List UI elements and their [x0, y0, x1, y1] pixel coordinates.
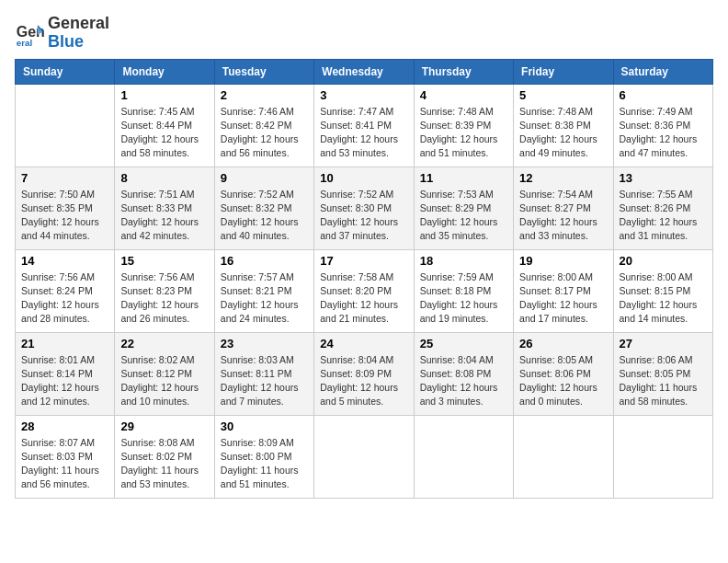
day-info: Sunrise: 7:53 AMSunset: 8:29 PMDaylight:… — [420, 188, 507, 244]
calendar-cell: 6 Sunrise: 7:49 AMSunset: 8:36 PMDayligh… — [613, 84, 712, 167]
day-number: 6 — [620, 88, 707, 102]
day-number: 4 — [420, 88, 507, 102]
calendar-cell: 10 Sunrise: 7:52 AMSunset: 8:30 PMDaylig… — [314, 167, 414, 249]
col-header-sunday: Sunday — [16, 59, 115, 84]
calendar-cell: 20 Sunrise: 8:00 AMSunset: 8:15 PMDaylig… — [613, 249, 712, 332]
day-number: 30 — [221, 419, 308, 433]
day-info: Sunrise: 7:48 AMSunset: 8:38 PMDaylight:… — [519, 105, 607, 161]
day-info: Sunrise: 7:57 AMSunset: 8:21 PMDaylight:… — [221, 270, 308, 327]
day-info: Sunrise: 7:45 AMSunset: 8:44 PMDaylight:… — [120, 105, 208, 161]
day-number: 5 — [519, 88, 607, 102]
day-number: 23 — [221, 337, 308, 350]
calendar-cell: 11 Sunrise: 7:53 AMSunset: 8:29 PMDaylig… — [414, 167, 513, 249]
day-number: 26 — [519, 337, 607, 350]
col-header-saturday: Saturday — [613, 59, 712, 84]
day-number: 16 — [221, 254, 308, 268]
day-info: Sunrise: 8:01 AMSunset: 8:14 PMDaylight:… — [21, 353, 108, 409]
day-number: 3 — [320, 88, 407, 102]
day-number: 29 — [120, 419, 208, 433]
day-info: Sunrise: 8:09 AMSunset: 8:00 PMDaylight:… — [221, 436, 308, 492]
day-info: Sunrise: 7:55 AMSunset: 8:26 PMDaylight:… — [620, 188, 707, 244]
day-number: 11 — [420, 171, 507, 185]
calendar-cell — [514, 415, 613, 498]
logo: Gen eral General Blue — [15, 15, 109, 52]
day-info: Sunrise: 7:59 AMSunset: 8:18 PMDaylight:… — [420, 270, 507, 327]
day-info: Sunrise: 7:58 AMSunset: 8:20 PMDaylight:… — [320, 270, 407, 327]
calendar-cell: 21 Sunrise: 8:01 AMSunset: 8:14 PMDaylig… — [16, 332, 115, 415]
col-header-friday: Friday — [514, 59, 613, 84]
calendar-cell: 17 Sunrise: 7:58 AMSunset: 8:20 PMDaylig… — [314, 249, 414, 332]
calendar-cell — [414, 415, 513, 498]
day-info: Sunrise: 7:49 AMSunset: 8:36 PMDaylight:… — [620, 105, 707, 161]
day-number: 24 — [320, 337, 407, 350]
calendar-cell: 5 Sunrise: 7:48 AMSunset: 8:38 PMDayligh… — [514, 84, 613, 167]
day-info: Sunrise: 8:06 AMSunset: 8:05 PMDaylight:… — [620, 353, 707, 409]
day-info: Sunrise: 8:05 AMSunset: 8:06 PMDaylight:… — [519, 353, 607, 409]
day-number: 22 — [120, 337, 208, 350]
day-info: Sunrise: 7:56 AMSunset: 8:24 PMDaylight:… — [21, 270, 108, 327]
day-number: 14 — [21, 254, 108, 268]
day-info: Sunrise: 8:07 AMSunset: 8:03 PMDaylight:… — [21, 436, 108, 492]
calendar-cell: 18 Sunrise: 7:59 AMSunset: 8:18 PMDaylig… — [414, 249, 513, 332]
day-info: Sunrise: 8:03 AMSunset: 8:11 PMDaylight:… — [221, 353, 308, 409]
day-info: Sunrise: 7:51 AMSunset: 8:33 PMDaylight:… — [120, 188, 208, 244]
calendar-cell: 3 Sunrise: 7:47 AMSunset: 8:41 PMDayligh… — [314, 84, 414, 167]
calendar-cell: 24 Sunrise: 8:04 AMSunset: 8:09 PMDaylig… — [314, 332, 414, 415]
calendar-cell — [613, 415, 712, 498]
calendar-cell: 29 Sunrise: 8:08 AMSunset: 8:02 PMDaylig… — [115, 415, 214, 498]
calendar-cell: 1 Sunrise: 7:45 AMSunset: 8:44 PMDayligh… — [115, 84, 214, 167]
day-info: Sunrise: 8:00 AMSunset: 8:15 PMDaylight:… — [620, 270, 707, 327]
calendar-cell: 22 Sunrise: 8:02 AMSunset: 8:12 PMDaylig… — [115, 332, 214, 415]
day-info: Sunrise: 8:04 AMSunset: 8:08 PMDaylight:… — [420, 353, 507, 409]
calendar-cell: 12 Sunrise: 7:54 AMSunset: 8:27 PMDaylig… — [514, 167, 613, 249]
day-number: 19 — [519, 254, 607, 268]
day-info: Sunrise: 7:47 AMSunset: 8:41 PMDaylight:… — [320, 105, 407, 161]
calendar-cell — [16, 84, 115, 167]
day-number: 13 — [620, 171, 707, 185]
calendar-cell: 26 Sunrise: 8:05 AMSunset: 8:06 PMDaylig… — [514, 332, 613, 415]
day-number: 21 — [21, 337, 108, 350]
day-number: 15 — [120, 254, 208, 268]
logo-icon: Gen eral — [15, 18, 44, 48]
day-info: Sunrise: 7:56 AMSunset: 8:23 PMDaylight:… — [120, 270, 208, 327]
calendar-cell: 2 Sunrise: 7:46 AMSunset: 8:42 PMDayligh… — [214, 84, 313, 167]
day-number: 12 — [519, 171, 607, 185]
day-number: 25 — [420, 337, 507, 350]
calendar-cell: 27 Sunrise: 8:06 AMSunset: 8:05 PMDaylig… — [613, 332, 712, 415]
day-info: Sunrise: 7:52 AMSunset: 8:32 PMDaylight:… — [221, 188, 308, 244]
day-number: 18 — [420, 254, 507, 268]
day-info: Sunrise: 7:46 AMSunset: 8:42 PMDaylight:… — [221, 105, 308, 161]
day-info: Sunrise: 8:08 AMSunset: 8:02 PMDaylight:… — [120, 436, 208, 492]
calendar-cell: 14 Sunrise: 7:56 AMSunset: 8:24 PMDaylig… — [16, 249, 115, 332]
calendar-cell: 28 Sunrise: 8:07 AMSunset: 8:03 PMDaylig… — [16, 415, 115, 498]
col-header-monday: Monday — [115, 59, 214, 84]
col-header-thursday: Thursday — [414, 59, 513, 84]
calendar-cell: 9 Sunrise: 7:52 AMSunset: 8:32 PMDayligh… — [214, 167, 313, 249]
calendar-cell: 25 Sunrise: 8:04 AMSunset: 8:08 PMDaylig… — [414, 332, 513, 415]
calendar-cell: 23 Sunrise: 8:03 AMSunset: 8:11 PMDaylig… — [214, 332, 313, 415]
calendar-cell — [314, 415, 414, 498]
calendar-cell: 7 Sunrise: 7:50 AMSunset: 8:35 PMDayligh… — [16, 167, 115, 249]
calendar-cell: 15 Sunrise: 7:56 AMSunset: 8:23 PMDaylig… — [115, 249, 214, 332]
day-number: 28 — [21, 419, 108, 433]
page-header: Gen eral General Blue — [15, 15, 713, 52]
day-number: 20 — [620, 254, 707, 268]
day-number: 8 — [120, 171, 208, 185]
col-header-wednesday: Wednesday — [314, 59, 414, 84]
calendar-cell: 19 Sunrise: 8:00 AMSunset: 8:17 PMDaylig… — [514, 249, 613, 332]
calendar-cell: 13 Sunrise: 7:55 AMSunset: 8:26 PMDaylig… — [613, 167, 712, 249]
day-number: 27 — [620, 337, 707, 350]
svg-text:eral: eral — [17, 38, 33, 48]
day-info: Sunrise: 7:54 AMSunset: 8:27 PMDaylight:… — [519, 188, 607, 244]
day-number: 17 — [320, 254, 407, 268]
calendar-cell: 8 Sunrise: 7:51 AMSunset: 8:33 PMDayligh… — [115, 167, 214, 249]
day-number: 2 — [221, 88, 308, 102]
calendar-cell: 30 Sunrise: 8:09 AMSunset: 8:00 PMDaylig… — [214, 415, 313, 498]
calendar-table: SundayMondayTuesdayWednesdayThursdayFrid… — [15, 59, 713, 499]
calendar-cell: 16 Sunrise: 7:57 AMSunset: 8:21 PMDaylig… — [214, 249, 313, 332]
day-info: Sunrise: 7:48 AMSunset: 8:39 PMDaylight:… — [420, 105, 507, 161]
day-info: Sunrise: 7:50 AMSunset: 8:35 PMDaylight:… — [21, 188, 108, 244]
day-number: 9 — [221, 171, 308, 185]
calendar-cell: 4 Sunrise: 7:48 AMSunset: 8:39 PMDayligh… — [414, 84, 513, 167]
day-info: Sunrise: 8:00 AMSunset: 8:17 PMDaylight:… — [519, 270, 607, 327]
